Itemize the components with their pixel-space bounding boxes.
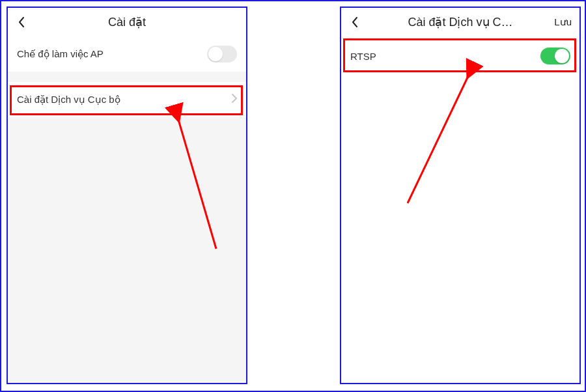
left-phone-frame: Cài đặt Chế độ làm việc AP Cài đặt Dịch … — [7, 7, 247, 384]
right-header: Cài đặt Dịch vụ C… Lưu — [341, 8, 579, 36]
ap-mode-row[interactable]: Chế độ làm việc AP — [8, 36, 246, 72]
back-button-right[interactable] — [348, 15, 362, 29]
right-screen: Cài đặt Dịch vụ C… Lưu RTSP — [341, 8, 579, 383]
ap-mode-toggle[interactable] — [207, 46, 237, 63]
save-button[interactable]: Lưu — [554, 16, 572, 28]
left-title: Cài đặt — [8, 15, 246, 29]
chevron-left-icon — [18, 16, 25, 28]
local-service-row[interactable]: Cài đặt Dịch vụ Cục bộ — [8, 82, 246, 117]
rtsp-toggle[interactable] — [540, 48, 570, 64]
right-phone-frame: Cài đặt Dịch vụ C… Lưu RTSP — [340, 7, 581, 384]
left-screen: Cài đặt Chế độ làm việc AP Cài đặt Dịch … — [8, 8, 246, 383]
right-title: Cài đặt Dịch vụ C… — [341, 15, 579, 29]
section-divider — [8, 72, 246, 82]
local-service-label: Cài đặt Dịch vụ Cục bộ — [17, 94, 120, 105]
right-empty-area — [341, 76, 579, 383]
composite-image: Cài đặt Chế độ làm việc AP Cài đặt Dịch … — [0, 0, 586, 392]
back-button-left[interactable] — [14, 15, 29, 29]
left-empty-area — [8, 117, 246, 383]
chevron-right-icon — [232, 94, 237, 105]
ap-mode-label: Chế độ làm việc AP — [17, 48, 104, 60]
left-header: Cài đặt — [8, 8, 246, 36]
rtsp-label: RTSP — [350, 51, 376, 62]
rtsp-row[interactable]: RTSP — [341, 36, 579, 76]
chevron-left-icon — [351, 16, 359, 28]
